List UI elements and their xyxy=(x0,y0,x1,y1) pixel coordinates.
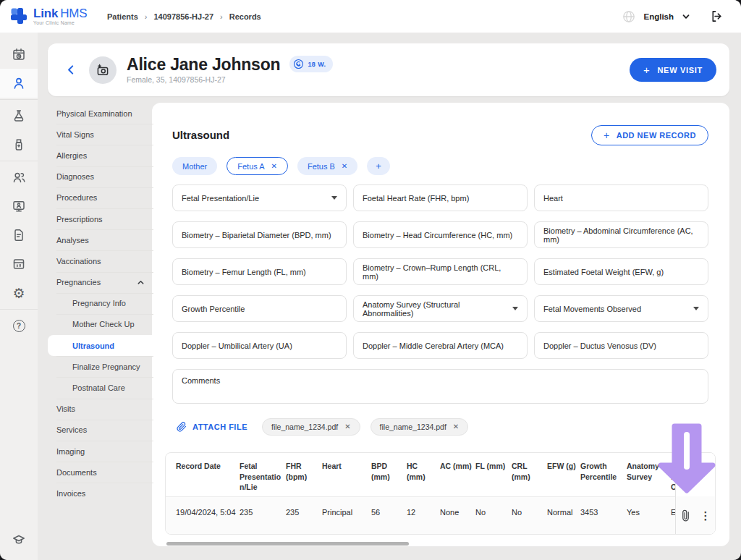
pregnancy-weeks: 18 W. xyxy=(308,61,326,68)
rail-records[interactable] xyxy=(0,221,38,250)
nav-item-ultrasound[interactable]: Ultrasound xyxy=(48,335,153,356)
rail-telemed[interactable] xyxy=(0,192,38,221)
chip-fetus-a[interactable]: Fetus A ✕ xyxy=(226,157,288,175)
attached-file-chip[interactable]: file_name_1234.pdf ✕ xyxy=(262,418,360,436)
nav-item-procedures[interactable]: Procedures xyxy=(48,187,153,208)
logout-button[interactable] xyxy=(710,9,724,23)
nav-item-allergies[interactable]: Allergies xyxy=(48,145,153,166)
field-label: Heart xyxy=(543,194,563,203)
cell-anatomy-survey: Yes xyxy=(627,506,671,534)
cell-fetal-presentation: 235 xyxy=(240,506,286,534)
field-ac[interactable]: Biometry – Abdominal Circumference (AC, … xyxy=(534,221,708,248)
table-header-row: Record Date Fetal Presentation/Lie FHR (… xyxy=(166,453,715,497)
field-anatomy-survey[interactable]: Anatomy Survey (Structural Abnormalities… xyxy=(353,295,528,322)
nav-label: Procedures xyxy=(56,193,97,202)
nav-item-vaccinations[interactable]: Vaccinations xyxy=(48,250,153,271)
field-bpd[interactable]: Biometry – Biparietal Diameter (BPD, mm) xyxy=(172,221,347,248)
monitor-icon xyxy=(12,199,26,213)
nav-item-prescriptions[interactable]: Prescriptions xyxy=(48,208,153,229)
col-efw: EFW (g) xyxy=(547,461,580,496)
field-doppler-mca[interactable]: Doppler – Middle Cerebral Artery (MCA) xyxy=(353,332,528,359)
nav-item-documents[interactable]: Documents xyxy=(48,462,153,483)
patient-header-card: Alice Jane Johnson 18 W. Female, 35, 140… xyxy=(48,43,729,96)
field-label: Foetal Heart Rate (FHR, bpm) xyxy=(363,194,469,203)
nav-item-physical-examination[interactable]: Physical Examination xyxy=(48,103,153,124)
users-icon xyxy=(12,170,26,184)
horizontal-scrollbar[interactable] xyxy=(166,542,409,546)
nav-item-pregnancies[interactable]: Pregnancies xyxy=(48,272,153,293)
new-visit-button[interactable]: + NEW VISIT xyxy=(630,58,716,82)
breadcrumb-records[interactable]: Records xyxy=(229,12,261,21)
top-bar: LinkHMS Your Clinic Name Patients › 1409… xyxy=(0,0,741,33)
field-efw[interactable]: Estimated Foetal Weight (EFW, g) xyxy=(534,258,708,285)
avatar[interactable] xyxy=(89,56,117,84)
nav-item-mother-check-up[interactable]: Mother Check Up xyxy=(48,314,153,335)
remove-chip-icon[interactable]: ✕ xyxy=(342,163,347,170)
flask-icon xyxy=(12,109,26,123)
field-hc[interactable]: Biometry – Head Circumference (HC, mm) xyxy=(353,221,528,248)
logout-icon xyxy=(710,9,724,23)
field-fetal-movements[interactable]: Fetal Movements Observed xyxy=(534,295,708,322)
logo-text: LinkHMS Your Clinic Name xyxy=(33,7,87,26)
comments-field[interactable]: Comments xyxy=(172,369,708,404)
remove-file-icon[interactable]: ✕ xyxy=(453,423,459,430)
chevron-down-icon[interactable] xyxy=(682,12,690,21)
col-fl: FL (mm) xyxy=(475,461,512,496)
rail-help[interactable]: ? xyxy=(0,311,38,340)
nav-item-postnatal-care[interactable]: Postnatal Care xyxy=(48,377,153,398)
chip-mother[interactable]: Mother xyxy=(172,157,217,175)
rail-schedule[interactable] xyxy=(0,40,38,69)
row-attachment-icon[interactable] xyxy=(677,507,693,522)
rail-staff[interactable] xyxy=(0,163,38,192)
field-fhr[interactable]: Foetal Heart Rate (FHR, bpm) xyxy=(353,184,528,211)
breadcrumb-separator: › xyxy=(145,12,148,21)
nav-item-analyses[interactable]: Analyses xyxy=(48,229,153,250)
nav-item-imaging[interactable]: Imaging xyxy=(48,441,153,462)
records-table: Record Date Fetal Presentation/Lie FHR (… xyxy=(165,452,716,535)
field-growth-percentile[interactable]: Growth Percentile xyxy=(172,295,347,322)
field-label: Anatomy Survey (Structural Abnormalities… xyxy=(363,300,512,318)
add-new-record-button[interactable]: + ADD NEW RECORD xyxy=(591,125,708,145)
attach-file-button[interactable]: ATTACH FILE xyxy=(172,421,252,433)
attached-file-chip[interactable]: file_name_1234.pdf ✕ xyxy=(370,418,469,436)
rail-education[interactable] xyxy=(0,525,38,554)
add-chip-button[interactable]: + xyxy=(367,157,390,175)
back-button[interactable] xyxy=(65,64,77,76)
field-heart[interactable]: Heart xyxy=(534,184,708,211)
rail-billing[interactable] xyxy=(0,250,38,279)
nav-item-finalize-pregnancy[interactable]: Finalize Pregnancy xyxy=(48,356,153,377)
field-label: Doppler – Ductus Venosus (DV) xyxy=(543,341,656,350)
field-doppler-dv[interactable]: Doppler – Ductus Venosus (DV) xyxy=(534,332,708,359)
rail-settings[interactable]: ⚙ xyxy=(0,279,38,307)
nav-label: Mother Check Up xyxy=(72,320,135,328)
breadcrumb-patients[interactable]: Patients xyxy=(107,12,138,21)
nav-label: Services xyxy=(56,425,87,434)
field-crl[interactable]: Biometry – Crown–Rump Length (CRL, mm) xyxy=(353,258,528,285)
nav-label: Physical Examination xyxy=(56,109,132,118)
table-row[interactable]: 19/04/2024, 5:04 235 235 Principal 56 12… xyxy=(166,497,715,534)
breadcrumb: Patients › 14097856-HJ-27 › Records xyxy=(107,12,261,21)
field-fl[interactable]: Biometry – Femur Length (FL, mm) xyxy=(172,258,347,285)
field-doppler-ua[interactable]: Doppler – Umbilical Artery (UA) xyxy=(172,332,347,359)
field-fetal-presentation[interactable]: Fetal Presentation/Lie xyxy=(172,184,347,211)
nav-item-pregnancy-info[interactable]: Pregnancy Info xyxy=(48,293,153,314)
rail-lab[interactable] xyxy=(0,101,38,130)
breadcrumb-patient-id[interactable]: 14097856-HJ-27 xyxy=(153,12,213,21)
chip-fetus-b[interactable]: Fetus B ✕ xyxy=(297,157,357,175)
nav-item-services[interactable]: Services xyxy=(48,420,153,441)
language-selector[interactable]: English xyxy=(643,12,674,21)
logo-suffix: HMS xyxy=(60,7,87,20)
rail-patients[interactable] xyxy=(0,69,38,98)
nav-item-visits[interactable]: Visits xyxy=(48,399,153,420)
col-crl: CRL (mm) xyxy=(512,461,547,496)
row-menu-icon[interactable]: ⋮ xyxy=(700,510,711,521)
app-logo[interactable]: LinkHMS Your Clinic Name xyxy=(0,7,97,26)
nav-item-vital-signs[interactable]: Vital Signs xyxy=(48,124,153,145)
rail-medications[interactable] xyxy=(0,130,38,159)
nav-label: Visits xyxy=(56,404,75,413)
remove-file-icon[interactable]: ✕ xyxy=(344,423,350,430)
nav-item-invoices[interactable]: Invoices xyxy=(48,483,153,504)
remove-chip-icon[interactable]: ✕ xyxy=(271,163,277,170)
nav-label: Invoices xyxy=(56,489,85,498)
nav-item-diagnoses[interactable]: Diagnoses xyxy=(48,166,153,187)
